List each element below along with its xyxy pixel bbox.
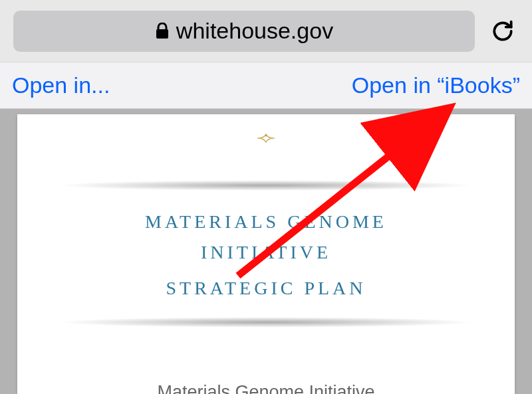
share-action-bar: Open in... Open in “iBooks” xyxy=(0,62,532,109)
decorative-shadow xyxy=(57,180,475,191)
url-text: whitehouse.gov xyxy=(176,18,333,44)
pdf-page: MATERIALS GENOME INITIATIVE STRATEGIC PL… xyxy=(17,114,515,394)
url-bar[interactable]: whitehouse.gov xyxy=(13,11,475,52)
ornament-icon xyxy=(17,132,515,147)
title-line-1: MATERIALS GENOME xyxy=(17,208,515,236)
browser-top-chrome: whitehouse.gov xyxy=(0,0,532,62)
open-in-button[interactable]: Open in... xyxy=(12,72,110,98)
document-subtitle: Materials Genome Initiative xyxy=(17,382,515,394)
lock-icon xyxy=(155,23,170,40)
pdf-viewport[interactable]: MATERIALS GENOME INITIATIVE STRATEGIC PL… xyxy=(0,109,532,394)
title-line-3: STRATEGIC PLAN xyxy=(17,274,515,302)
document-title: MATERIALS GENOME INITIATIVE STRATEGIC PL… xyxy=(17,208,515,302)
svg-rect-0 xyxy=(156,29,168,39)
title-line-2: INITIATIVE xyxy=(17,239,515,266)
reload-button[interactable] xyxy=(487,15,519,47)
open-in-ibooks-button[interactable]: Open in “iBooks” xyxy=(352,72,520,98)
reload-icon xyxy=(490,19,515,44)
decorative-shadow xyxy=(57,317,475,328)
svg-point-1 xyxy=(265,135,267,137)
